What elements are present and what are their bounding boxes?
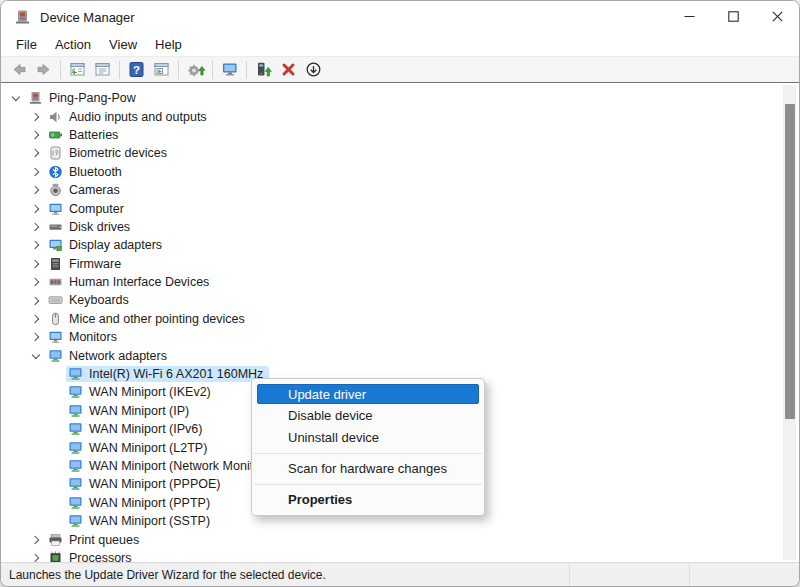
tree-item-keyboards[interactable]: Keyboards (1, 291, 799, 309)
tree-item-display-adapters[interactable]: Display adapters (1, 236, 799, 254)
tree-item-content[interactable]: Batteries (46, 127, 124, 143)
chevron-right-icon[interactable] (29, 312, 42, 325)
toolbar-back-button[interactable] (6, 59, 31, 81)
svg-text:?: ? (133, 64, 140, 76)
toolbar-show-console-tree-button[interactable] (65, 59, 90, 81)
context-menu-item-update-driver[interactable]: Update driver (257, 384, 479, 404)
vertical-scrollbar[interactable] (783, 85, 796, 560)
context-menu: Update driverDisable deviceUninstall dev… (251, 378, 485, 516)
tree-item-content[interactable]: WAN Miniport (IPv6) (66, 421, 208, 437)
chevron-right-icon[interactable] (29, 276, 42, 289)
maximize-button[interactable] (711, 1, 755, 33)
chevron-right-icon[interactable] (29, 110, 42, 123)
tree-item-content[interactable]: Network adapters (46, 348, 173, 364)
toolbar-update-driver-button[interactable] (251, 59, 276, 81)
tree-item-selected-content[interactable]: Intel(R) Wi-Fi 6 AX201 160MHz (66, 366, 269, 382)
tree-item-processors[interactable]: Processors (1, 549, 799, 562)
tree-item-print-queues[interactable]: Print queues (1, 530, 799, 548)
chevron-right-icon[interactable] (29, 165, 42, 178)
tree-item-content[interactable]: Biometric devices (46, 145, 173, 161)
toolbar-properties-pane-button[interactable] (90, 59, 115, 81)
tree-item-content[interactable]: Processors (46, 550, 138, 562)
chevron-right-icon[interactable] (29, 184, 42, 197)
tree-item-firmware[interactable]: Firmware (1, 255, 799, 273)
tree-item-content[interactable]: Firmware (46, 256, 127, 272)
network-icon (68, 367, 83, 381)
chevron-right-icon[interactable] (29, 128, 42, 141)
tree-item-ping-pang-pow[interactable]: Ping-Pang-Pow (1, 89, 799, 107)
chevron-right-icon[interactable] (29, 220, 42, 233)
tree-item-batteries[interactable]: Batteries (1, 126, 799, 144)
tree-item-content[interactable]: Monitors (46, 329, 123, 345)
arrow-left-icon (10, 61, 28, 78)
menu-view[interactable]: View (100, 35, 146, 54)
menu-file[interactable]: File (7, 35, 46, 54)
tree-item-label: WAN Miniport (L2TP) (89, 441, 207, 455)
tree-item-content[interactable]: Cameras (46, 182, 126, 198)
tree-item-monitors[interactable]: Monitors (1, 328, 799, 346)
context-menu-separator (254, 453, 482, 454)
tree-item-content[interactable]: WAN Miniport (IP) (66, 403, 195, 419)
chevron-right-icon[interactable] (29, 533, 42, 546)
tree-item-content[interactable]: WAN Miniport (Network Monitor) (66, 458, 274, 474)
tree-item-audio-inputs-and-outputs[interactable]: Audio inputs and outputs (1, 107, 799, 125)
toolbar-action-pane-button[interactable] (149, 59, 174, 81)
menu-action[interactable]: Action (46, 35, 100, 54)
tree-item-label: Network adapters (69, 349, 167, 363)
tree-item-content[interactable]: Computer (46, 201, 130, 217)
tree-item-network-adapters[interactable]: Network adapters (1, 346, 799, 364)
tree-item-content[interactable]: WAN Miniport (PPPOE) (66, 476, 227, 492)
chevron-down-icon[interactable] (29, 349, 42, 362)
tree-item-content[interactable]: WAN Miniport (IKEv2) (66, 384, 217, 400)
menu-help[interactable]: Help (146, 35, 191, 54)
tree-item-biometric-devices[interactable]: Biometric devices (1, 144, 799, 162)
tree-item-mice-and-other-pointing-devices[interactable]: Mice and other pointing devices (1, 310, 799, 328)
tree-item-human-interface-devices[interactable]: Human Interface Devices (1, 273, 799, 291)
minimize-button[interactable] (667, 1, 711, 33)
tree-item-content[interactable]: Bluetooth (46, 164, 128, 180)
toolbar-scan-for-hardware-changes-button[interactable] (217, 59, 242, 81)
maximize-icon (728, 10, 739, 25)
tree-item-content[interactable]: Audio inputs and outputs (46, 109, 213, 125)
toolbar-forward-button[interactable] (31, 59, 56, 81)
tree-item-content[interactable]: Mice and other pointing devices (46, 311, 251, 327)
tree-item-bluetooth[interactable]: Bluetooth (1, 163, 799, 181)
tree-item-label: Cameras (69, 183, 120, 197)
display-icon (48, 238, 63, 252)
chevron-spacer (49, 441, 62, 454)
context-menu-item-uninstall-device[interactable]: Uninstall device (252, 427, 484, 449)
close-button[interactable] (755, 1, 799, 33)
tree-item-content[interactable]: Keyboards (46, 292, 135, 308)
chevron-right-icon[interactable] (29, 202, 42, 215)
toolbar-help-button[interactable]: ? (124, 59, 149, 81)
battery-icon (48, 128, 63, 142)
chevron-right-icon[interactable] (29, 257, 42, 270)
tree-item-content[interactable]: Disk drives (46, 219, 136, 235)
tree-item-content[interactable]: WAN Miniport (SSTP) (66, 513, 216, 529)
context-menu-item-scan-for-hardware-changes[interactable]: Scan for hardware changes (252, 458, 484, 480)
chevron-right-icon[interactable] (29, 239, 42, 252)
scrollbar-thumb[interactable] (785, 104, 795, 419)
tree-item-content[interactable]: Human Interface Devices (46, 274, 215, 290)
window-controls (667, 1, 799, 33)
tree-item-content[interactable]: WAN Miniport (PPTP) (66, 495, 216, 511)
network-icon (68, 404, 83, 418)
chevron-right-icon[interactable] (29, 294, 42, 307)
tree-item-computer[interactable]: Computer (1, 199, 799, 217)
chevron-right-icon[interactable] (29, 147, 42, 160)
chevron-right-icon[interactable] (29, 331, 42, 344)
context-menu-item-properties[interactable]: Properties (252, 489, 484, 511)
toolbar-disable-device-button[interactable] (301, 59, 326, 81)
context-menu-item-disable-device[interactable]: Disable device (252, 405, 484, 427)
tree-item-content[interactable]: Print queues (46, 532, 145, 548)
chevron-down-icon[interactable] (9, 92, 22, 105)
tree-item-disk-drives[interactable]: Disk drives (1, 218, 799, 236)
tree-item-content[interactable]: Ping-Pang-Pow (26, 90, 142, 106)
toolbar-uninstall-device-button[interactable] (276, 59, 301, 81)
chevron-right-icon[interactable] (29, 551, 42, 562)
tree-item-content[interactable]: Display adapters (46, 237, 168, 253)
tree-item-label: Intel(R) Wi-Fi 6 AX201 160MHz (89, 367, 263, 381)
tree-item-content[interactable]: WAN Miniport (L2TP) (66, 440, 213, 456)
tree-item-cameras[interactable]: Cameras (1, 181, 799, 199)
toolbar-update-driver-software-button[interactable] (183, 59, 208, 81)
